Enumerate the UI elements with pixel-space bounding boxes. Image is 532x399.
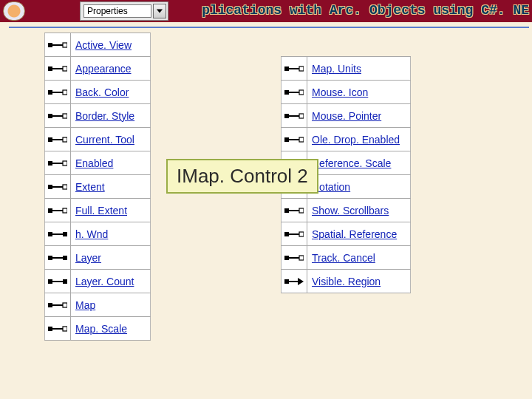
property-icon-cell bbox=[44, 175, 71, 198]
property-link[interactable]: Enabled bbox=[71, 151, 151, 174]
svg-rect-51 bbox=[299, 137, 304, 142]
svg-marker-0 bbox=[157, 10, 163, 13]
property-icon bbox=[48, 41, 67, 49]
property-icon-cell bbox=[44, 199, 71, 222]
svg-rect-23 bbox=[48, 208, 52, 213]
svg-rect-48 bbox=[299, 114, 304, 118]
property-link[interactable]: h. Wnd bbox=[71, 222, 151, 245]
svg-rect-41 bbox=[284, 66, 289, 71]
property-link[interactable]: Full. Extent bbox=[71, 199, 151, 222]
property-icon bbox=[284, 112, 304, 120]
svg-rect-40 bbox=[287, 68, 301, 69]
property-icon-cell bbox=[44, 151, 71, 174]
property-link[interactable]: Map. Scale bbox=[71, 317, 151, 340]
property-link[interactable]: Spatial. Reference bbox=[307, 222, 411, 245]
property-link[interactable]: Mouse. Icon bbox=[307, 81, 411, 103]
svg-rect-37 bbox=[51, 328, 64, 330]
svg-rect-59 bbox=[284, 208, 289, 213]
svg-rect-10 bbox=[51, 115, 64, 117]
property-icon bbox=[48, 160, 67, 167]
svg-rect-66 bbox=[299, 256, 304, 260]
properties-dropdown[interactable]: Properties bbox=[80, 1, 168, 21]
svg-rect-9 bbox=[63, 90, 67, 95]
property-link[interactable]: Ole. Drop. Enabled bbox=[307, 128, 411, 151]
svg-rect-60 bbox=[299, 208, 304, 213]
property-row: h. Wnd bbox=[44, 222, 151, 246]
property-icon-cell bbox=[44, 222, 71, 245]
property-link[interactable]: Visible. Region bbox=[307, 270, 411, 293]
property-icon-cell bbox=[44, 104, 71, 127]
svg-rect-14 bbox=[48, 137, 52, 142]
property-icon-cell bbox=[44, 293, 71, 316]
property-link[interactable]: Extent bbox=[71, 175, 151, 198]
property-row: Map. Units bbox=[281, 57, 411, 81]
properties-dropdown-label: Properties bbox=[83, 4, 151, 18]
svg-rect-44 bbox=[284, 90, 289, 95]
property-link[interactable]: Map. Units bbox=[307, 57, 411, 80]
svg-rect-22 bbox=[51, 210, 64, 211]
property-link[interactable]: Layer bbox=[71, 246, 151, 269]
svg-rect-27 bbox=[63, 232, 67, 236]
header-divider bbox=[9, 27, 529, 28]
properties-dropdown-button[interactable] bbox=[153, 4, 166, 18]
svg-rect-47 bbox=[284, 114, 289, 118]
property-icon-cell bbox=[44, 81, 71, 103]
property-row: Visible. Region bbox=[281, 270, 411, 293]
property-link[interactable]: Map bbox=[71, 293, 151, 316]
chevron-down-icon bbox=[157, 9, 163, 13]
property-row: Map. Scale bbox=[44, 317, 151, 341]
property-icon-cell bbox=[281, 270, 307, 293]
property-icon bbox=[284, 65, 304, 72]
property-icon-cell bbox=[44, 246, 71, 269]
property-row: Show. Scrollbars bbox=[281, 199, 411, 222]
property-icon-cell bbox=[281, 57, 307, 80]
svg-rect-62 bbox=[284, 232, 289, 236]
property-link[interactable]: Track. Cancel bbox=[307, 246, 411, 269]
svg-rect-39 bbox=[63, 327, 67, 331]
property-row: Mouse. Icon bbox=[281, 81, 411, 104]
svg-rect-28 bbox=[51, 257, 64, 259]
svg-rect-49 bbox=[287, 139, 301, 140]
svg-rect-6 bbox=[63, 66, 67, 71]
property-icon bbox=[284, 231, 304, 238]
property-link[interactable]: Show. Scrollbars bbox=[307, 199, 411, 222]
property-link[interactable]: Reference. Scale bbox=[307, 151, 411, 174]
property-link[interactable]: Current. Tool bbox=[71, 128, 151, 151]
property-icon bbox=[48, 278, 67, 285]
property-row: Full. Extent bbox=[44, 199, 151, 222]
svg-rect-30 bbox=[63, 256, 67, 260]
property-row: Extent bbox=[44, 175, 151, 199]
property-row: Back. Color bbox=[44, 81, 151, 104]
property-link[interactable]: Layer. Count bbox=[71, 270, 151, 293]
property-icon bbox=[48, 325, 67, 332]
property-link[interactable]: Border. Style bbox=[71, 104, 151, 127]
property-icon bbox=[48, 183, 67, 191]
property-link[interactable]: Rotation bbox=[307, 175, 411, 198]
page-title: plications with Arc. Objects using C#. N… bbox=[202, 3, 532, 18]
property-link[interactable]: Appearance bbox=[71, 57, 151, 80]
property-icon bbox=[48, 136, 67, 143]
property-icon bbox=[284, 278, 304, 285]
property-icon-cell bbox=[44, 57, 71, 80]
property-icon bbox=[48, 89, 67, 96]
property-row: Ole. Drop. Enabled bbox=[281, 128, 411, 151]
svg-rect-4 bbox=[51, 68, 64, 69]
property-row: Border. Style bbox=[44, 104, 151, 128]
property-icon-cell bbox=[44, 317, 71, 340]
svg-rect-1 bbox=[51, 44, 64, 46]
svg-marker-69 bbox=[298, 278, 304, 285]
property-icon-cell bbox=[281, 104, 307, 127]
property-icon bbox=[284, 89, 304, 96]
property-link[interactable]: Back. Color bbox=[71, 81, 151, 103]
app-logo-icon bbox=[3, 1, 25, 21]
svg-rect-5 bbox=[48, 66, 52, 71]
svg-rect-26 bbox=[48, 232, 52, 236]
svg-rect-34 bbox=[51, 304, 64, 306]
property-link[interactable]: Active. View bbox=[71, 33, 151, 56]
property-icon bbox=[284, 136, 304, 143]
svg-rect-19 bbox=[51, 186, 64, 188]
class-name-box: IMap. Control 2 bbox=[166, 159, 318, 194]
svg-rect-50 bbox=[284, 137, 289, 142]
svg-rect-24 bbox=[63, 208, 67, 213]
property-link[interactable]: Mouse. Pointer bbox=[307, 104, 411, 127]
